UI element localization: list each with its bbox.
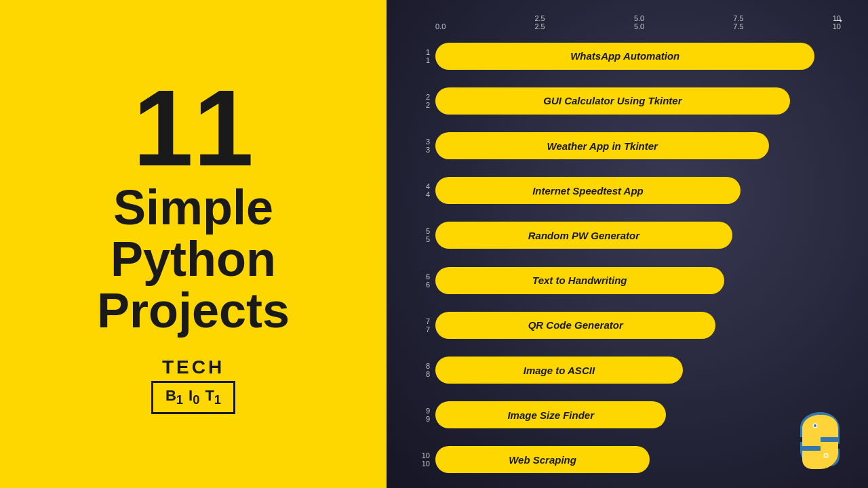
bar-text: Image Size Finder: [507, 409, 594, 421]
bar: WhatsApp Automation: [435, 43, 814, 70]
arrow-icon: →: [832, 14, 844, 28]
bar-text: Random PW Generator: [528, 230, 639, 241]
x-tick-50: 5.05.0: [634, 14, 644, 30]
bar-track: Web Scraping: [435, 439, 848, 481]
x-tick-0: 0.0: [435, 22, 446, 30]
python-logo: [787, 407, 854, 474]
bar: Weather App in Tkinter: [435, 132, 769, 159]
bar: Text to Handwriting: [435, 267, 724, 294]
bar-track: Image Size Finder: [435, 394, 848, 436]
bar-row: 22GUI Calculator Using Tkinter: [407, 79, 848, 122]
bar-text: Internet Speedtest App: [532, 185, 644, 197]
bar: Random PW Generator: [435, 222, 732, 249]
bar-text: Image to ASCII: [524, 365, 595, 376]
bar-row: 88Image to ASCII: [407, 348, 848, 391]
left-panel: 11 Simple Python Projects TECH B1 I0 T1: [0, 0, 387, 488]
bar-row: 33Weather App in Tkinter: [407, 124, 848, 167]
x-tick-75: 7.57.5: [733, 14, 743, 30]
bar: QR Code Generator: [435, 312, 715, 339]
bar-text: GUI Calculator Using Tkinter: [543, 95, 682, 106]
bar-text: QR Code Generator: [528, 319, 623, 331]
x-tick-25: 2.52.5: [534, 14, 545, 30]
bar-track: GUI Calculator Using Tkinter: [435, 79, 848, 122]
bar-text: WhatsApp Automation: [570, 50, 679, 62]
logo-i: I0: [189, 387, 199, 407]
bar-rank-label: 88: [407, 362, 435, 378]
right-panel: 0.0 2.52.5 5.05.0 7.57.5 1010 → 11WhatsA…: [387, 0, 868, 488]
logo-container: TECH B1 I0 T1: [151, 357, 235, 413]
logo-t: T1: [205, 387, 221, 407]
bars-area: 11WhatsApp Automation22GUI Calculator Us…: [407, 35, 848, 481]
bar: Internet Speedtest App: [435, 177, 741, 204]
bar-track: QR Code Generator: [435, 304, 848, 346]
logo-b: B1: [165, 387, 183, 407]
bar: Web Scraping: [435, 446, 650, 473]
bar-rank-label: 66: [407, 272, 435, 289]
bar-rank-label: 44: [407, 182, 435, 199]
svg-point-1: [814, 424, 816, 427]
bar-row: 99Image Size Finder: [407, 394, 848, 436]
bar-row: 11WhatsApp Automation: [407, 35, 848, 77]
bar: Image to ASCII: [435, 357, 683, 384]
bar-row: 44Internet Speedtest App: [407, 169, 848, 212]
bar: GUI Calculator Using Tkinter: [435, 87, 790, 115]
big-number: 11: [133, 74, 254, 182]
bar-row: 55Random PW Generator: [407, 214, 848, 257]
logo-i-sub: 0: [193, 393, 199, 407]
x-axis: 0.0 2.52.5 5.05.0 7.57.5 1010 →: [407, 10, 848, 30]
bar-track: Weather App in Tkinter: [435, 124, 848, 167]
bar-rank-label: 77: [407, 317, 435, 333]
bar-text: Weather App in Tkinter: [547, 140, 658, 152]
bar-rank-label: 1010: [407, 451, 435, 468]
logo-box: B1 I0 T1: [151, 381, 235, 413]
bar-rank-label: 55: [407, 227, 435, 243]
bar-text: Web Scraping: [509, 454, 576, 466]
bar-rank-label: 99: [407, 407, 435, 423]
bar-rank-label: 22: [407, 93, 435, 109]
svg-point-3: [825, 454, 827, 457]
bar-track: Random PW Generator: [435, 214, 848, 257]
title-line3: Projects: [97, 285, 290, 337]
bar-row: 66Text to Handwriting: [407, 259, 848, 302]
bar-track: Image to ASCII: [435, 348, 848, 391]
bar-track: WhatsApp Automation: [435, 35, 848, 77]
title-line2: Python: [111, 234, 276, 285]
bar-track: Internet Speedtest App: [435, 169, 848, 212]
logo-b-sub: 1: [176, 393, 183, 407]
bar-rank-label: 33: [407, 138, 435, 154]
bar-row: 77QR Code Generator: [407, 304, 848, 346]
bar-rank-label: 11: [407, 48, 435, 64]
logo-t-sub: 1: [214, 393, 221, 407]
logo-tech-text: TECH: [162, 357, 224, 378]
bar-row: 1010Web Scraping: [407, 439, 848, 481]
bar-track: Text to Handwriting: [435, 259, 848, 302]
bar-text: Text to Handwriting: [532, 274, 627, 286]
title-line1: Simple: [113, 182, 273, 234]
bar: Image Size Finder: [435, 401, 666, 428]
